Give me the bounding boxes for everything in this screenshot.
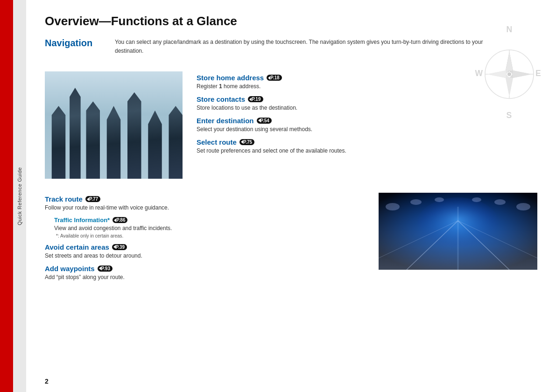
feature-desc-add-waypoints: Add “pit stops” along your route. — [45, 273, 365, 281]
feature-select-route: Select route P.75 Set route preferences … — [197, 138, 537, 155]
svg-point-27 — [472, 197, 481, 202]
feature-title-add-waypoints: Add waypoints P.93 — [45, 265, 365, 273]
svg-point-25 — [410, 199, 422, 205]
top-section: Store home address P.18 Register 1 home … — [45, 71, 537, 179]
svg-text:N: N — [507, 26, 513, 34]
svg-point-13 — [507, 72, 511, 76]
bottom-section: Track route P.77 Follow your route in re… — [45, 193, 537, 286]
feature-title-avoid-areas: Avoid certain areas P.39 — [45, 243, 365, 251]
svg-point-28 — [494, 199, 506, 205]
badge-p54[interactable]: P.54 — [257, 118, 272, 124]
badge-p39[interactable]: P.39 — [112, 244, 127, 250]
svg-line-22 — [379, 221, 458, 258]
svg-point-19 — [416, 197, 500, 253]
main-content: N W E S — [26, 0, 556, 392]
svg-text:S: S — [507, 111, 512, 119]
badge-p75[interactable]: P.75 — [239, 139, 254, 145]
navigation-label: Navigation — [45, 38, 106, 49]
feature-title-select-route: Select route P.75 — [197, 138, 537, 146]
building-image — [45, 71, 183, 179]
bottom-right — [379, 193, 537, 286]
svg-text:E: E — [535, 69, 541, 78]
svg-text:W: W — [475, 69, 483, 78]
feature-desc-enter-destination: Select your destination using several me… — [197, 126, 537, 133]
feature-add-waypoints: Add waypoints P.93 Add “pit stops” along… — [45, 265, 365, 281]
traffic-title: Traffic Information* P.86 — [54, 217, 365, 224]
bottom-left: Track route P.77 Follow your route in re… — [45, 193, 365, 286]
svg-marker-12 — [487, 63, 509, 85]
red-tab — [0, 0, 13, 392]
feature-desc-select-route: Set route preferences and select one of … — [197, 147, 537, 155]
badge-p77[interactable]: P.77 — [85, 196, 100, 202]
traffic-note: *: Available only in certain areas. — [56, 233, 365, 238]
svg-line-20 — [407, 221, 458, 270]
svg-point-24 — [386, 203, 400, 210]
svg-line-21 — [458, 221, 509, 270]
tunnel-image — [379, 193, 537, 270]
feature-desc-track-route: Follow your route in real-time with voic… — [45, 204, 365, 212]
nav-description: You can select any place/landmark as a d… — [115, 38, 488, 56]
sidebar: Quick Reference Guide — [13, 0, 26, 392]
badge-p18[interactable]: P.18 — [267, 75, 282, 81]
page-number: 2 — [45, 378, 49, 385]
svg-marker-10 — [498, 52, 521, 74]
svg-point-26 — [435, 197, 444, 202]
traffic-desc: View and avoid congestion and traffic in… — [54, 224, 365, 232]
badge-p86[interactable]: P.86 — [113, 217, 127, 223]
svg-line-23 — [458, 221, 537, 258]
svg-marker-9 — [509, 63, 532, 85]
feature-track-route: Track route P.77 Follow your route in re… — [45, 195, 365, 212]
svg-point-29 — [516, 203, 530, 210]
section-header: Navigation — [45, 38, 92, 48]
svg-marker-11 — [498, 74, 521, 97]
feature-desc-avoid-areas: Set streets and areas to detour around. — [45, 252, 365, 260]
feature-avoid-areas: Avoid certain areas P.39 Set streets and… — [45, 243, 365, 260]
feature-enter-destination: Enter destination P.54 Select your desti… — [197, 117, 537, 133]
sidebar-label: Quick Reference Guide — [17, 167, 22, 225]
feature-title-track-route: Track route P.77 — [45, 195, 365, 203]
badge-p19[interactable]: P.19 — [248, 96, 263, 102]
compass-rose-icon: N W E S — [472, 26, 547, 119]
badge-p93[interactable]: P.93 — [98, 266, 113, 272]
traffic-sub: Traffic Information* P.86 View and avoid… — [54, 217, 365, 238]
svg-rect-18 — [379, 193, 537, 270]
nav-intro-row: Navigation You can select any place/land… — [45, 38, 537, 63]
page-title: Overview—Functions at a Glance — [45, 14, 537, 28]
